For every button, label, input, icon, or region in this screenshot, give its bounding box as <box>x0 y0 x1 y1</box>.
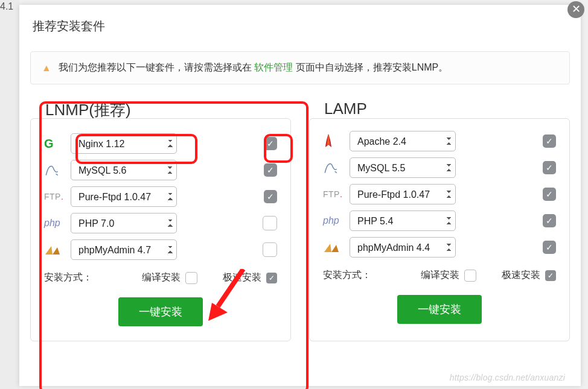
install-mode-label: 安装方式： <box>44 271 92 284</box>
lamp-mysql-checkbox[interactable]: ✓ <box>543 161 556 174</box>
svg-marker-1 <box>208 303 228 321</box>
lnmp-install-mode: 安装方式： 编译安装 ✓ 极速安装 ✓ <box>44 271 277 284</box>
alert-post: 页面中自动选择，推荐安装LNMP。 <box>296 62 448 72</box>
lamp-row-php: php PHP 5.4 ✓ <box>323 207 556 234</box>
lamp-php-checkbox[interactable]: ✓ <box>543 214 556 227</box>
lamp-row-mysql: MySQL 5.5 ✓ <box>323 154 556 181</box>
lamp-pma-checkbox[interactable]: ✓ <box>543 241 556 254</box>
lamp-ftp-select[interactable]: Pure-Ftpd 1.0.47 <box>350 184 456 204</box>
recommend-alert: ▲ 我们为您推荐以下一键套件，请按需选择或在 软件管理 页面中自动选择，推荐安装… <box>30 51 570 84</box>
compile-label: 编译安装 <box>142 271 181 284</box>
mysql-icon <box>323 160 350 176</box>
lamp-install-mode: 安装方式： 编译安装 ✓ 极速安装 ✓ <box>323 269 556 282</box>
lamp-row-apache: Apache 2.4 ✓ <box>323 128 556 154</box>
lnmp-install-button[interactable]: 一键安装 <box>118 297 203 326</box>
lnmp-fast-checkbox[interactable]: ✓ <box>266 273 277 283</box>
fast-label: 极速安装 <box>502 269 540 282</box>
compile-label: 编译安装 <box>421 269 459 282</box>
ftp-select[interactable]: Pure-Ftpd 1.0.47 <box>71 186 177 207</box>
php-icon: php <box>323 215 350 226</box>
lamp-title: LAMP <box>324 100 556 118</box>
apache-select[interactable]: Apache 2.4 <box>350 131 456 151</box>
lamp-row-ftp: FTP. Pure-Ftpd 1.0.47 ✓ <box>323 181 556 207</box>
nginx-checkbox[interactable]: ✓ <box>264 137 277 150</box>
pma-select[interactable]: phpMyAdmin 4.7 <box>71 239 177 260</box>
lnmp-row-mysql: MySQL 5.6 ✓ <box>44 157 277 183</box>
suite-cards-row: LNMP(推荐) G Nginx 1.12 ✓ MySQL 5.6 ✓ <box>19 118 581 341</box>
lnmp-row-php: php PHP 7.0 ✓ <box>44 210 277 236</box>
ftp-icon: FTP. <box>323 189 350 199</box>
nginx-icon: G <box>44 137 71 151</box>
nginx-select[interactable]: Nginx 1.12 <box>71 133 177 154</box>
ftp-icon: FTP. <box>44 192 71 201</box>
ftp-checkbox[interactable]: ✓ <box>264 190 277 203</box>
fast-label: 极速安装 <box>223 271 261 284</box>
php-checkbox[interactable]: ✓ <box>263 216 277 230</box>
warning-icon: ▲ <box>42 63 51 74</box>
lamp-pma-select[interactable]: phpMyAdmin 4.4 <box>350 237 456 258</box>
php-icon: php <box>44 218 71 229</box>
lnmp-row-nginx: G Nginx 1.12 ✓ <box>44 130 277 157</box>
lamp-install-button[interactable]: 一键安装 <box>397 295 482 324</box>
lamp-compile-checkbox[interactable]: ✓ <box>464 270 476 282</box>
php-select[interactable]: PHP 7.0 <box>71 213 177 233</box>
lamp-ftp-checkbox[interactable]: ✓ <box>543 188 556 201</box>
apache-checkbox[interactable]: ✓ <box>543 134 556 148</box>
phpmyadmin-icon <box>323 241 350 253</box>
mysql-select[interactable]: MySQL 5.6 <box>71 160 177 180</box>
watermark: https://blog.csdn.net/anxuanzi <box>450 373 565 382</box>
background-fragment: 4.1 <box>0 0 19 389</box>
lamp-fast-checkbox[interactable]: ✓ <box>545 270 556 281</box>
mysql-icon <box>44 162 71 178</box>
lamp-row-pma: phpMyAdmin 4.4 ✓ <box>323 234 556 261</box>
lnmp-compile-checkbox[interactable]: ✓ <box>185 272 197 284</box>
modal-title: 推荐安装套件 <box>19 5 581 45</box>
pma-checkbox[interactable]: ✓ <box>263 242 277 257</box>
mysql-checkbox[interactable]: ✓ <box>264 163 277 177</box>
lnmp-card: LNMP(推荐) G Nginx 1.12 ✓ MySQL 5.6 ✓ <box>30 118 291 341</box>
install-suite-modal: ✕ 推荐安装套件 ▲ 我们为您推荐以下一键套件，请按需选择或在 软件管理 页面中… <box>19 5 581 386</box>
software-manage-link[interactable]: 软件管理 <box>254 62 293 72</box>
lnmp-row-pma: phpMyAdmin 4.7 ✓ <box>44 236 277 263</box>
phpmyadmin-icon <box>44 244 71 256</box>
alert-pre: 我们为您推荐以下一键套件，请按需选择或在 <box>59 62 252 72</box>
lnmp-row-ftp: FTP. Pure-Ftpd 1.0.47 ✓ <box>44 183 277 210</box>
apache-icon <box>323 133 350 150</box>
alert-text: 我们为您推荐以下一键套件，请按需选择或在 软件管理 页面中自动选择，推荐安装LN… <box>59 62 448 74</box>
lamp-mysql-select[interactable]: MySQL 5.5 <box>350 157 456 178</box>
lamp-php-select[interactable]: PHP 5.4 <box>350 210 456 231</box>
install-mode-label: 安装方式： <box>323 269 371 282</box>
close-button[interactable]: ✕ <box>567 1 584 18</box>
lamp-card: LAMP Apache 2.4 ✓ MySQL 5.5 ✓ FTP. Pure-… <box>309 118 570 341</box>
lnmp-title: LNMP(推荐) <box>45 100 277 121</box>
